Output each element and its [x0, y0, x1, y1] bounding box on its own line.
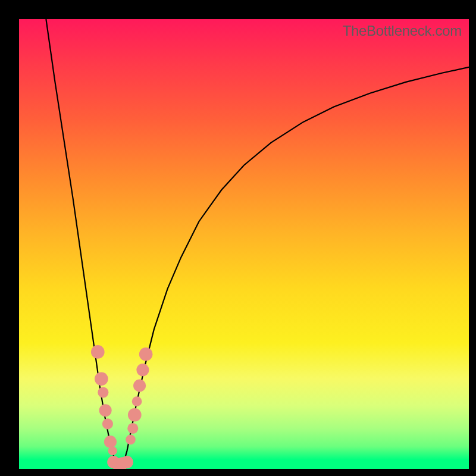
marker-point [132, 396, 142, 406]
marker-point [127, 423, 138, 434]
marker-point [139, 347, 153, 361]
marker-point [128, 408, 142, 422]
marker-point [99, 404, 112, 416]
plot-area: TheBottleneck.com [19, 19, 469, 469]
marker-point [91, 345, 105, 359]
chart-container: TheBottleneck.com [0, 0, 476, 476]
marker-point [133, 380, 146, 392]
marker-point [136, 364, 149, 376]
marker-point [126, 435, 136, 445]
valley-markers [19, 19, 469, 469]
marker-point [98, 387, 108, 397]
marker-point [95, 372, 108, 386]
marker-point [102, 418, 113, 429]
marker-point [121, 456, 133, 468]
marker-point [108, 446, 117, 455]
marker-point [104, 436, 117, 448]
watermark-text: TheBottleneck.com [343, 23, 462, 39]
